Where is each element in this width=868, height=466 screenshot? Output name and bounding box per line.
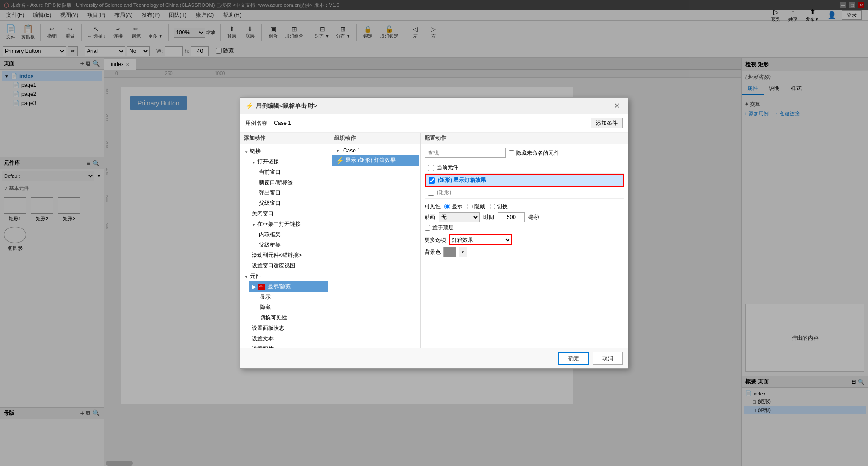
tree-component-children: ▶ ✏ 显示/隐藏 显示 隐藏 切换可见性 设置面板状态 设置文本 设置图片 设… [242, 281, 328, 348]
case1-label: Case 1 [343, 147, 360, 154]
tree-open-in-frame[interactable]: 在框架中打开链接 [249, 219, 328, 229]
more-options-row: 更多选项 灯箱效果 无 [425, 234, 624, 245]
confirm-btn[interactable]: 确定 [558, 352, 589, 365]
rect-lightbox-checkbox[interactable] [429, 177, 435, 184]
organize-header: 组织动作 [330, 133, 420, 144]
tree-set-image[interactable]: 设置图片 [249, 344, 328, 348]
dialog-title-icon: ⚡ [245, 102, 253, 109]
tree-new-window[interactable]: 新窗口/新标签 [256, 177, 328, 188]
radio-hide[interactable]: 隐藏 [467, 203, 485, 210]
tree-parent-frame[interactable]: 父级框架 [256, 240, 328, 250]
case-name-row: 用例名称 添加条件 [240, 114, 628, 133]
time-label: 时间 [483, 214, 494, 221]
tree-toggle[interactable]: 切换可见性 [249, 313, 328, 323]
tree-open-link[interactable]: 打开链接 [249, 157, 328, 167]
bg-color-row: 背景色 ▼ [425, 247, 624, 257]
configure-body: 隐藏未命名的元件 当前元件 (矩形) 显示灯箱效果 [421, 144, 628, 348]
element-rect-lightbox[interactable]: (矩形) 显示灯箱效果 [425, 174, 624, 187]
time-input[interactable] [498, 212, 525, 222]
more-options-select[interactable]: 灯箱效果 无 [449, 234, 512, 245]
push-top-row: 置于顶层 [425, 224, 624, 232]
action-tree: 链接 打开链接 当前窗口 新窗口/新标签 弹出窗口 父级窗口 [242, 146, 328, 348]
element-list: 当前元件 (矩形) 显示灯箱效果 (矩形) [425, 162, 624, 199]
add-condition-btn[interactable]: 添加条件 [591, 118, 623, 128]
tree-component[interactable]: 元件 [242, 271, 328, 281]
hidden-unnamed-checkbox[interactable] [509, 150, 514, 156]
tree-current-window[interactable]: 当前窗口 [256, 167, 328, 177]
search-row: 隐藏未命名的元件 [425, 148, 624, 158]
push-top-checkbox[interactable] [425, 225, 430, 231]
hidden-unnamed-label: 隐藏未命名的元件 [509, 149, 559, 157]
add-action-header: 添加动作 [240, 133, 330, 144]
tree-scroll-anchor[interactable]: 滚动到元件<锚链接> [249, 250, 328, 261]
tree-fit-view[interactable]: 设置窗口适应视图 [249, 261, 328, 271]
add-action-col: 添加动作 链接 打开链接 [240, 133, 330, 348]
case-name-label: 用例名称 [245, 119, 267, 127]
color-dropdown[interactable]: ▼ [459, 247, 467, 257]
dialog-overlay: ⚡ 用例编辑<鼠标单击 时> ✕ 用例名称 添加条件 添加动作 [0, 0, 868, 466]
dialog: ⚡ 用例编辑<鼠标单击 时> ✕ 用例名称 添加条件 添加动作 [240, 97, 628, 369]
tree-hide[interactable]: 隐藏 [249, 302, 328, 313]
tree-parent-window[interactable]: 父级窗口 [256, 198, 328, 209]
element-search-input[interactable] [425, 148, 506, 158]
action1-label: 显示 (矩形) 灯箱效果 [345, 157, 396, 164]
dialog-title-text: 用例编辑<鼠标单击 时> [256, 102, 317, 110]
organize-case1[interactable]: Case 1 [332, 146, 419, 155]
configure-panel: 配置动作 隐藏未命名的元件 [421, 133, 628, 348]
dialog-close-btn[interactable]: ✕ [611, 100, 623, 111]
tree-set-panel[interactable]: 设置面板状态 [249, 323, 328, 333]
case-name-input[interactable] [271, 118, 587, 128]
element-current[interactable]: 当前元件 [425, 162, 624, 174]
organize-col: 组织动作 Case 1 ⚡ 显示 (矩形) 灯箱效果 [330, 133, 421, 348]
rect-lightbox-label: (矩形) 显示灯箱效果 [438, 176, 486, 184]
rect2-label: (矩形) [437, 189, 451, 196]
dialog-footer: 确定 取消 [240, 348, 628, 368]
color-swatch[interactable] [443, 247, 456, 257]
configure-header: 配置动作 [421, 133, 628, 144]
tree-popup[interactable]: 弹出窗口 [256, 188, 328, 198]
add-action-content: 链接 打开链接 当前窗口 新窗口/新标签 弹出窗口 父级窗口 [240, 144, 330, 348]
anim-row: 动画 无 时间 毫秒 [425, 212, 624, 222]
tree-close-window[interactable]: 关闭窗口 [249, 209, 328, 219]
action-lightning-icon: ⚡ [336, 157, 344, 164]
tree-show-hide[interactable]: ▶ ✏ 显示/隐藏 [249, 281, 328, 292]
link-label: 链接 [250, 147, 261, 155]
push-top-label: 置于顶层 [432, 224, 454, 232]
hidden-unnamed-text: 隐藏未命名的元件 [516, 149, 559, 157]
tree-link[interactable]: 链接 [242, 146, 328, 157]
tree-frame-children: 内联框架 父级框架 [249, 229, 328, 250]
tree-link-children: 打开链接 当前窗口 新窗口/新标签 弹出窗口 父级窗口 关闭窗口 [242, 157, 328, 271]
organize-action1[interactable]: ⚡ 显示 (矩形) 灯箱效果 [332, 155, 419, 166]
bg-color-label: 背景色 [425, 248, 441, 256]
element-rect2[interactable]: (矩形) [425, 187, 624, 199]
time-unit: 毫秒 [528, 214, 539, 221]
visibility-row: 可见性 显示 隐藏 切换 [425, 203, 624, 210]
tree-open-link-children: 当前窗口 新窗口/新标签 弹出窗口 父级窗口 [249, 167, 328, 209]
anim-select[interactable]: 无 [439, 212, 480, 222]
dialog-title-bar: ⚡ 用例编辑<鼠标单击 时> ✕ [240, 98, 628, 114]
anim-label: 动画 [425, 214, 435, 221]
more-options-label: 更多选项 [425, 236, 446, 244]
current-element-label: 当前元件 [437, 164, 458, 171]
visibility-label: 可见性 [425, 203, 441, 210]
current-element-checkbox[interactable] [428, 165, 434, 171]
tree-show[interactable]: 显示 [249, 292, 328, 302]
organize-content: Case 1 ⚡ 显示 (矩形) 灯箱效果 [330, 144, 420, 348]
visibility-radio-group: 显示 隐藏 切换 [444, 203, 508, 210]
rect2-checkbox[interactable] [428, 190, 434, 196]
dialog-body: 添加动作 链接 打开链接 [240, 133, 628, 348]
radio-toggle[interactable]: 切换 [490, 203, 508, 210]
tree-inline-frame[interactable]: 内联框架 [256, 229, 328, 240]
cancel-btn[interactable]: 取消 [593, 352, 623, 365]
tree-set-text[interactable]: 设置文本 [249, 333, 328, 344]
radio-show[interactable]: 显示 [444, 203, 462, 210]
